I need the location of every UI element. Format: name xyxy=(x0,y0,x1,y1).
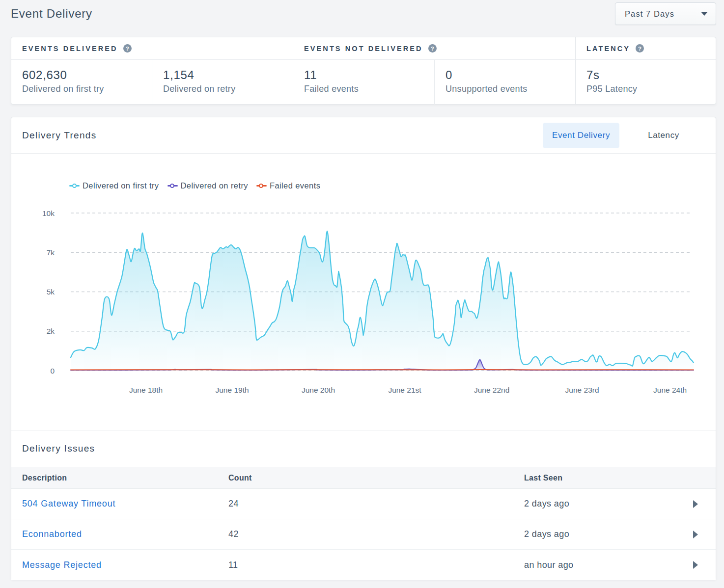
column-header-description: Description xyxy=(11,474,228,482)
x-axis-label: June 21st xyxy=(388,386,421,394)
legend-label: Delivered on first try xyxy=(83,181,159,190)
trend-chart-plot: 02k5k7k10kJune 18thJune 19thJune 20thJun… xyxy=(11,204,716,398)
issues-title-block: Delivery Issues xyxy=(11,430,716,467)
stat-unsupported-events: 0 Unsupported events xyxy=(434,60,575,105)
chevron-right-icon[interactable] xyxy=(693,500,698,508)
failed-series-marker-icon xyxy=(256,184,267,188)
y-axis-label: 7k xyxy=(47,248,55,257)
legend-marker-ring xyxy=(170,184,174,188)
x-axis-label: June 20th xyxy=(302,386,335,394)
column-header-last-seen: Last Seen xyxy=(524,474,683,482)
stats-group-events-not-delivered: EVENTS NOT DELIVERED ? xyxy=(293,37,575,59)
y-axis-label: 10k xyxy=(42,209,55,217)
time-range-select[interactable]: Past 7 Days xyxy=(615,2,716,25)
legend-item-first-try: Delivered on first try xyxy=(69,181,159,190)
issues-title: Delivery Issues xyxy=(22,443,95,454)
help-icon[interactable]: ? xyxy=(123,44,132,53)
delivery-trends-card: Delivery Trends Event Delivery Latency D… xyxy=(11,117,716,580)
issue-link[interactable]: 504 Gateway Timeout xyxy=(22,499,115,508)
x-axis-label: June 19th xyxy=(215,386,249,394)
issue-count: 11 xyxy=(228,560,524,570)
stats-group-label: LATENCY xyxy=(586,45,630,53)
x-axis-label: June 24th xyxy=(653,386,687,394)
legend-marker-ring xyxy=(72,184,77,188)
issue-link[interactable]: Message Rejected xyxy=(22,560,102,570)
delivery-issues-section: Delivery Issues Description Count Last S… xyxy=(11,430,716,580)
stat-label: Unsupported events xyxy=(446,82,575,95)
stats-header-row: EVENTS DELIVERED ? EVENTS NOT DELIVERED … xyxy=(11,37,716,60)
issue-last-seen: 2 days ago xyxy=(524,529,683,539)
y-axis-label: 5k xyxy=(47,288,55,296)
issue-link[interactable]: Econnaborted xyxy=(22,529,82,539)
issue-count: 24 xyxy=(228,499,524,509)
legend-item-failed: Failed events xyxy=(256,181,320,190)
event-delivery-page: Event Delivery Past 7 Days EVENTS DELIVE… xyxy=(0,0,724,588)
issues-table-header: Description Count Last Seen xyxy=(11,467,716,489)
tab-event-delivery[interactable]: Event Delivery xyxy=(543,123,619,148)
issues-table: Description Count Last Seen 504 Gateway … xyxy=(11,467,716,580)
tab-latency[interactable]: Latency xyxy=(619,123,708,148)
first-try-series-marker-icon xyxy=(69,184,80,188)
stat-value: 1,154 xyxy=(163,68,293,82)
trends-header: Delivery Trends Event Delivery Latency xyxy=(11,117,716,154)
stat-label: P95 Latency xyxy=(586,82,716,95)
stat-p95-latency: 7s P95 Latency xyxy=(575,60,716,105)
issue-row-econnaborted[interactable]: Econnaborted 42 2 days ago xyxy=(11,519,716,550)
stat-label: Failed events xyxy=(304,82,434,95)
chart-legend: Delivered on first try Delivered on retr… xyxy=(69,181,329,190)
chevron-right-icon[interactable] xyxy=(693,531,698,538)
legend-label: Delivered on retry xyxy=(181,181,248,190)
stat-failed-events: 11 Failed events xyxy=(293,60,434,105)
stat-value: 0 xyxy=(446,68,575,82)
y-axis-label: 2k xyxy=(47,327,55,335)
caret-down-icon xyxy=(701,12,708,16)
issue-row-504-gateway-timeout[interactable]: 504 Gateway Timeout 24 2 days ago xyxy=(11,489,716,519)
column-header-count: Count xyxy=(228,474,524,482)
stats-group-latency: LATENCY ? xyxy=(575,37,716,59)
chevron-right-icon[interactable] xyxy=(693,561,698,569)
trends-title: Delivery Trends xyxy=(22,130,97,141)
x-axis-label: June 23rd xyxy=(565,386,599,394)
help-icon[interactable]: ? xyxy=(636,44,644,53)
stat-delivered-first-try: 602,630 Delivered on first try xyxy=(11,60,152,105)
page-header: Event Delivery Past 7 Days xyxy=(11,2,716,25)
stats-body-row: 602,630 Delivered on first try 1,154 Del… xyxy=(11,60,716,105)
stat-value: 11 xyxy=(304,68,434,82)
retry-series-marker-icon xyxy=(167,184,178,188)
issue-row-message-rejected[interactable]: Message Rejected 11 an hour ago xyxy=(11,550,716,580)
stats-group-label: EVENTS DELIVERED xyxy=(22,45,118,53)
stat-value: 602,630 xyxy=(22,68,152,82)
issue-last-seen: an hour ago xyxy=(524,560,683,570)
delivery-trends-chart: Delivered on first try Delivered on retr… xyxy=(11,154,716,430)
stats-card: EVENTS DELIVERED ? EVENTS NOT DELIVERED … xyxy=(11,37,716,105)
time-range-value: Past 7 Days xyxy=(625,9,674,19)
y-axis-label: 0 xyxy=(50,367,55,375)
page-title: Event Delivery xyxy=(11,7,92,21)
trends-tabs: Event Delivery Latency xyxy=(543,123,708,148)
legend-marker-ring xyxy=(259,184,263,188)
stat-label: Delivered on retry xyxy=(163,82,293,95)
stats-group-events-delivered: EVENTS DELIVERED ? xyxy=(11,37,293,59)
x-axis-label: June 18th xyxy=(129,386,163,394)
stat-delivered-retry: 1,154 Delivered on retry xyxy=(152,60,293,105)
stat-label: Delivered on first try xyxy=(22,82,152,95)
stat-value: 7s xyxy=(586,68,716,82)
legend-label: Failed events xyxy=(270,181,320,190)
issue-last-seen: 2 days ago xyxy=(524,499,683,509)
stats-group-label: EVENTS NOT DELIVERED xyxy=(304,45,423,53)
x-axis-label: June 22nd xyxy=(474,386,509,394)
help-icon[interactable]: ? xyxy=(428,44,437,53)
issue-count: 42 xyxy=(228,529,524,539)
legend-item-retry: Delivered on retry xyxy=(167,181,248,190)
